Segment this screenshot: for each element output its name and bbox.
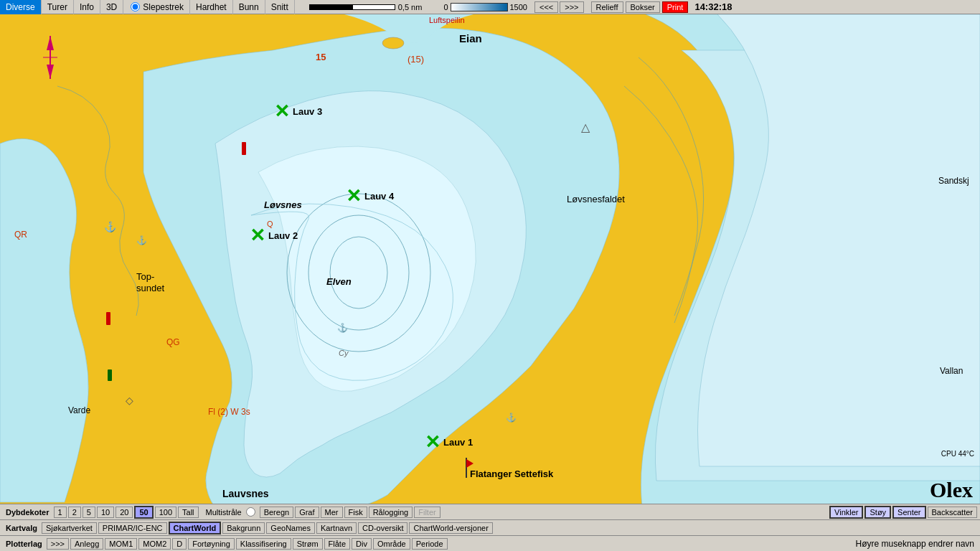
lauv2-label: Lauv 2: [268, 230, 298, 241]
kartvalg-kartnavn[interactable]: Kartnavn: [316, 522, 357, 534]
depth-min: 0: [443, 3, 448, 11]
menu-info[interactable]: Info: [74, 0, 100, 14]
dybdekoter-bar: Dybdekoter 1 2 5 10 20 50 100 Tall Multi…: [0, 504, 980, 519]
tool-stoy[interactable]: Støy: [864, 506, 891, 519]
plotterlag-klassifisering[interactable]: Klassifisering: [236, 538, 291, 550]
plotterlag-mom2[interactable]: MOM2: [138, 538, 171, 550]
depth-btn-tall[interactable]: Tall: [178, 507, 199, 518]
depth-scale: 0 1500: [443, 3, 527, 11]
plotterlag-fortoyning[interactable]: Fortøyning: [188, 538, 235, 550]
nav-qg: QG: [166, 337, 180, 347]
menubar: Diverse Turer Info 3D Slepestrek Hardhet…: [0, 0, 980, 14]
kartvalg-primar[interactable]: PRIMAR/IC-ENC: [98, 522, 167, 534]
kartvalg-bar: Kartvalg Sjøkartverket PRIMAR/IC-ENC Cha…: [0, 519, 980, 535]
depth-btn-100[interactable]: 100: [155, 507, 176, 518]
red-buoy-2: [106, 312, 110, 325]
plotterlag-omrade[interactable]: Område: [373, 538, 410, 550]
anchor-1: ⚓: [104, 221, 116, 232]
menu-turer[interactable]: Turer: [42, 0, 74, 14]
depth-scale-bar: [451, 3, 508, 11]
plotterlag-label: Plotterlag: [3, 540, 45, 548]
tool-beregn[interactable]: Beregn: [260, 507, 293, 518]
scalebar-half: [310, 5, 353, 9]
plotterlag-mom1[interactable]: MOM1: [105, 538, 137, 550]
nav-left[interactable]: <<<: [534, 1, 558, 13]
tool-filter[interactable]: Filter: [414, 507, 440, 518]
depth-btn-10[interactable]: 10: [97, 507, 114, 518]
lauv3-marker: ✕ Lauv 3: [274, 102, 322, 121]
svg-marker-7: [47, 65, 54, 79]
kartvalg-bakgrunn[interactable]: Bakgrunn: [222, 522, 265, 534]
menu-hardhet[interactable]: Hardhet: [190, 0, 233, 14]
lauv1-label: Lauv 1: [443, 437, 473, 448]
olex-logo: Olex: [930, 478, 973, 502]
tool-backscatter[interactable]: Backscatter: [928, 507, 977, 518]
plotterlag-bar: Plotterlag >>> Anlegg MOM1 MOM2 D Fortøy…: [0, 535, 980, 551]
anchor-2: ⚓: [136, 235, 147, 245]
lauv2-marker: ✕ Lauv 2: [250, 226, 298, 245]
nav-fl2w3s: Fl (2) W 3s: [208, 407, 250, 417]
kartvalg-chartworld[interactable]: ChartWorld: [169, 522, 222, 534]
multistrale-label: Multistråle: [206, 508, 242, 517]
multistrale-radio[interactable]: [246, 507, 255, 517]
tool-fisk[interactable]: Fisk: [344, 507, 367, 518]
plotterlag-strom[interactable]: Strøm: [293, 538, 323, 550]
tool-ralogging[interactable]: Rålogging: [369, 507, 413, 518]
flag-marker: [459, 458, 473, 481]
depth-btn-20[interactable]: 20: [116, 507, 133, 518]
svg-marker-10: [466, 459, 473, 468]
triangle-1: △: [581, 121, 590, 134]
menu-3d[interactable]: 3D: [100, 0, 123, 14]
green-buoy-1: [108, 369, 112, 381]
depth-btn-5[interactable]: 5: [83, 507, 95, 518]
kartvalg-chartworld-ver[interactable]: ChartWorld-versjoner: [409, 522, 492, 534]
tool-vinkler[interactable]: Vinkler: [829, 506, 863, 519]
menu-diverse[interactable]: Diverse: [0, 0, 42, 14]
map-area[interactable]: Eian Løvsnes Løvsnesfaldet Top-sundet El…: [0, 14, 980, 508]
bottom-area: Dybdekoter 1 2 5 10 20 50 100 Tall Multi…: [0, 504, 980, 551]
plotterlag-d[interactable]: D: [172, 538, 187, 550]
right-buttons: Relieff Bokser Print 14:32:18: [591, 1, 732, 13]
north-arrow: [39, 32, 61, 85]
plotterlag-flate[interactable]: Flåte: [324, 538, 350, 550]
depth-15-paren: (15): [407, 54, 424, 65]
depth-btn-2[interactable]: 2: [68, 507, 81, 518]
cpu-info: CPU 44°C: [941, 450, 974, 458]
kartvalg-geonames[interactable]: GeoNames: [266, 522, 315, 534]
depth-btn-1[interactable]: 1: [54, 507, 67, 518]
app: Diverse Turer Info 3D Slepestrek Hardhet…: [0, 0, 980, 551]
kartvalg-sjokartverket[interactable]: Sjøkartverket: [42, 522, 97, 534]
svg-marker-6: [47, 36, 54, 50]
plotterlag-hint: Høyre museknapp endrer navn: [853, 539, 977, 549]
lauv4-label: Lauv 4: [364, 191, 394, 202]
print-button[interactable]: Print: [662, 1, 689, 13]
plotterlag-more[interactable]: >>>: [47, 538, 69, 550]
relieff-button[interactable]: Relieff: [591, 1, 623, 13]
plotterlag-div[interactable]: Div: [352, 538, 372, 550]
nav-qr: QR: [14, 230, 27, 240]
bokser-button[interactable]: Bokser: [626, 1, 660, 13]
menu-bunn[interactable]: Bunn: [233, 0, 265, 14]
menu-snitt[interactable]: Snitt: [265, 0, 295, 14]
lauv3-label: Lauv 3: [293, 106, 322, 117]
scalebar-line: [309, 4, 395, 10]
scalebar: 0,5 nm: [309, 3, 423, 11]
nav-right[interactable]: >>>: [560, 1, 583, 13]
clock: 14:32:18: [694, 1, 732, 12]
depth-btn-50[interactable]: 50: [134, 506, 153, 519]
tool-mer[interactable]: Mer: [321, 507, 343, 518]
nav-buttons: <<< >>>: [534, 1, 584, 13]
kartvalg-cdoversikt[interactable]: CD-oversikt: [358, 522, 407, 534]
menu-slepestrek[interactable]: Slepestrek: [123, 0, 190, 14]
depth-15: 15: [316, 52, 326, 62]
kartvalg-label: Kartvalg: [3, 524, 40, 532]
plotterlag-periode[interactable]: Periode: [412, 538, 448, 550]
tool-graf[interactable]: Graf: [295, 507, 319, 518]
svg-point-4: [382, 37, 404, 49]
map-svg: [0, 14, 980, 508]
plotterlag-anlegg[interactable]: Anlegg: [70, 538, 103, 550]
tool-senter[interactable]: Senter: [892, 506, 925, 519]
scale-top-label: Luftspeilin: [429, 16, 465, 24]
slepestrek-radio[interactable]: [131, 2, 140, 11]
diamond-1: ◇: [126, 395, 133, 406]
